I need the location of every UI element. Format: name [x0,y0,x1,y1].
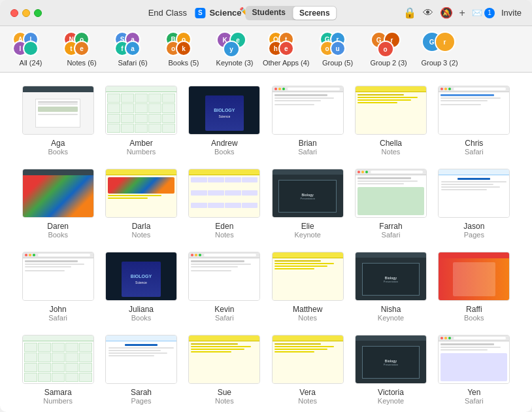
student-card-andrew[interactable]: BIOLOGY Science AndrewBooks [186,86,263,156]
screen-thumbnail-aga [22,86,94,135]
maximize-button[interactable] [34,9,42,17]
screen-thumbnail-chris [438,86,510,135]
student-card-darla[interactable]: DarlaNotes [103,169,179,239]
student-app: Notes [298,314,317,322]
group-item-0[interactable]: All All (24) [8,31,54,67]
screen-thumbnail-elie: Biology Presentation [272,169,344,218]
student-card-kevin[interactable]: KevinSafari [186,252,263,322]
messages-button[interactable]: ✉️ 1 [472,8,495,18]
group-item-3[interactable]: BookBooks (5) [161,31,207,67]
student-app: Books [131,314,152,322]
student-name: Juliana [129,305,154,314]
student-card-brian[interactable]: BrianSafari [269,86,346,156]
screen-thumbnail-jason [438,169,510,218]
student-card-amber[interactable]: AmberNumbers [103,86,179,156]
traffic-lights [10,9,42,17]
screen-thumbnail-chella [355,86,427,135]
screen-thumbnail-darla [105,169,177,218]
group-item-5[interactable]: OtheOther Apps (4) [263,31,310,67]
student-app: Pages [464,231,484,239]
minimize-button[interactable] [22,9,30,17]
student-name: Matthew [293,305,322,314]
bell-icon[interactable]: 🔕 [440,7,453,19]
student-card-chris[interactable]: ChrisSafari [436,86,512,156]
student-name: Chella [380,139,402,148]
student-name: Vera [299,388,316,397]
group-item-1[interactable]: NoteNotes (6) [59,31,105,67]
screen-thumbnail-juliana: BIOLOGY Science [105,252,177,301]
student-card-eden[interactable]: EdenNotes [186,169,263,239]
student-app: Notes [298,397,317,405]
group-item-8[interactable]: GrGroup 3 (2) [417,31,463,67]
student-name: Nisha [381,305,401,314]
student-card-aga[interactable]: AgaBooks [20,86,96,156]
student-card-samara[interactable]: SamaraNumbers [20,335,96,405]
student-name: Elie [301,222,314,231]
students-tab[interactable]: Students [246,6,292,20]
student-name: Sue [218,388,231,397]
group-item-6[interactable]: GrouGroup (5) [315,31,361,67]
student-card-jason[interactable]: JasonPages [436,169,512,239]
screen-thumbnail-farrah [355,169,427,218]
student-card-elie[interactable]: Biology Presentation ElieKeynote [269,169,346,239]
student-card-chella[interactable]: ChellaNotes [352,86,429,156]
student-card-vera[interactable]: VeraNotes [269,335,346,405]
student-app: Numbers [43,397,73,405]
student-app: Books [48,231,68,239]
title-bar: End Class ✏️ 🎯 📺 S Science Students Scre… [0,0,532,26]
student-card-nisha[interactable]: Biology Presentation NishaKeynote [352,252,429,322]
add-icon[interactable]: + [459,7,465,19]
students-screens-segcontrol[interactable]: Students Screens [246,6,337,20]
student-name: Farrah [379,222,402,231]
student-name: Chris [465,139,483,148]
group-label-5: Other Apps (4) [263,59,310,67]
screen-thumbnail-sue [188,335,260,384]
window-title-area: S Science Students Screens [195,6,337,20]
student-app: Books [48,148,68,156]
screen-thumbnail-victoria: Biology Presentation [355,335,427,384]
close-button[interactable] [10,9,18,17]
message-icon: ✉️ [472,8,482,18]
student-app: Keynote [378,314,404,322]
student-name: Raffi [466,305,482,314]
lock-icon[interactable]: 🔒 [403,7,416,19]
group-item-7[interactable]: GroGroup 2 (3) [366,31,412,67]
student-app: Safari [48,314,67,322]
screen-thumbnail-andrew: BIOLOGY Science [188,86,260,135]
group-label-8: Group 3 (2) [421,59,457,67]
student-name: Darla [132,222,151,231]
student-app: Safari [215,314,234,322]
student-card-yen[interactable]: YenSafari [436,335,512,405]
student-app: Notes [382,148,401,156]
student-card-daren[interactable]: DarenBooks [20,169,96,239]
screen-thumbnail-sarah [105,335,177,384]
student-name: Daren [47,222,69,231]
screen-thumbnail-matthew [272,252,344,301]
eye-icon[interactable]: 👁 [423,7,433,19]
screens-tab[interactable]: Screens [293,7,337,20]
student-name: Kevin [214,305,234,314]
end-class-button[interactable]: End Class [148,8,187,18]
student-card-juliana[interactable]: BIOLOGY Science JulianaBooks [103,252,179,322]
student-name: Victoria [378,388,404,397]
student-name: Aga [51,139,65,148]
student-card-victoria[interactable]: Biology Presentation VictoriaKeynote [352,335,429,405]
group-item-4[interactable]: KeyKeynote (3) [212,31,258,67]
main-content: AgaBooks AmberNumbers BIOLOGY Science An… [0,73,532,412]
student-card-sue[interactable]: SueNotes [186,335,263,405]
invite-button[interactable]: Invite [501,8,522,18]
screen-thumbnail-john [22,252,94,301]
groups-bar: All All (24)NoteNotes (6)SafaSafari (6)B… [0,26,532,73]
student-card-farrah[interactable]: FarrahSafari [352,169,429,239]
screen-thumbnail-eden [188,169,260,218]
screen-thumbnail-yen [438,335,510,384]
student-name: Sarah [131,388,152,397]
student-card-matthew[interactable]: MatthewNotes [269,252,346,322]
screen-thumbnail-kevin [188,252,260,301]
student-card-raffi[interactable]: RaffiBooks [436,252,512,322]
student-card-sarah[interactable]: SarahPages [103,335,179,405]
group-item-2[interactable]: SafaSafari (6) [110,31,156,67]
student-app: Safari [465,397,484,405]
student-card-john[interactable]: JohnSafari [20,252,96,322]
window-title: Science [209,8,241,18]
